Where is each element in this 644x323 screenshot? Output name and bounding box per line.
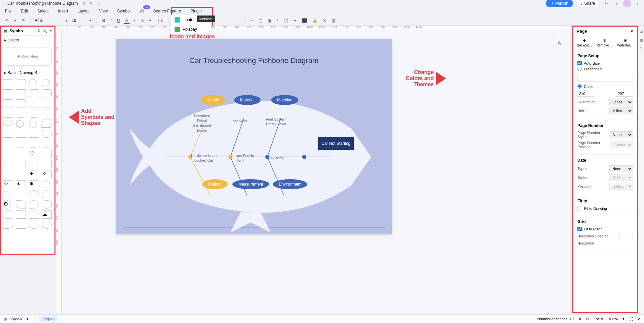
share-button[interactable]: ⤴ Share xyxy=(576,0,599,7)
predefined-input[interactable] xyxy=(577,74,633,82)
unit-select[interactable]: Millim... xyxy=(609,107,633,114)
publish-button[interactable]: ✈ Publish xyxy=(546,0,573,7)
menu-edit[interactable]: Edit xyxy=(21,9,28,13)
shape-donut[interactable] xyxy=(16,120,24,128)
shape-r6[interactable] xyxy=(16,160,26,168)
shape-tri4[interactable] xyxy=(16,130,26,138)
ai-assistant-icon[interactable]: A xyxy=(555,39,563,47)
shape-r2[interactable] xyxy=(16,99,26,107)
panel-icon-1[interactable]: ▤ xyxy=(639,29,643,34)
shape-sq2[interactable] xyxy=(16,211,26,219)
list-icon[interactable]: ⋮≡ xyxy=(155,18,164,24)
shape-ellipse[interactable] xyxy=(3,120,13,126)
menu-view[interactable]: View xyxy=(99,9,108,13)
panel-icon-3[interactable]: ⊞ xyxy=(639,46,643,51)
shape-heart[interactable]: ♡ xyxy=(29,150,39,158)
shape-gear2[interactable]: ⚙ xyxy=(3,200,11,208)
shape-star2[interactable]: ✦ xyxy=(29,170,39,178)
shape-pill[interactable] xyxy=(42,130,52,138)
pn-style-select[interactable]: None xyxy=(610,131,633,138)
arrange-icon[interactable]: ⫿ xyxy=(275,18,280,24)
delete-icon[interactable]: ✕ xyxy=(321,18,328,24)
star-icon[interactable]: ☆ xyxy=(97,1,101,6)
library-icon[interactable]: ▤ xyxy=(4,29,7,33)
shape-p3[interactable] xyxy=(16,140,26,148)
shape-trap[interactable] xyxy=(3,130,13,138)
cause-material[interactable]: Lost Keys xyxy=(231,119,247,123)
font-select[interactable] xyxy=(35,18,62,23)
shape-leaf[interactable] xyxy=(16,200,26,208)
shape-r5[interactable] xyxy=(3,160,13,168)
shape-rtri[interactable] xyxy=(29,130,39,138)
line-style-icon[interactable]: ═ xyxy=(249,18,255,24)
effect-box[interactable]: Car Not Starting xyxy=(318,137,354,150)
cause-measurement[interactable]: Incorrect Fuel in tank xyxy=(227,153,254,163)
orientation-select[interactable]: Lands... xyxy=(609,99,633,105)
label-machine[interactable]: Machine xyxy=(271,95,298,105)
fullscreen-icon[interactable]: ⤢ xyxy=(638,317,641,321)
menu-insert[interactable]: Insert xyxy=(58,9,68,13)
focus-toggle-icon[interactable]: ⊙ xyxy=(586,317,589,321)
shape-tri2[interactable] xyxy=(42,99,52,107)
panel-icon-2[interactable]: ▦ xyxy=(639,38,643,42)
page-selector[interactable]: Page-1 xyxy=(11,317,23,321)
shape-burst2[interactable] xyxy=(3,190,11,198)
shape-rect3[interactable] xyxy=(3,89,13,97)
bold-icon[interactable]: B xyxy=(101,18,107,24)
shape-c2[interactable] xyxy=(29,120,37,128)
types-select[interactable]: None xyxy=(609,165,633,172)
shape-burst[interactable] xyxy=(42,180,50,188)
shape-hex2[interactable] xyxy=(42,140,52,148)
cause-environment[interactable]: Low Temp xyxy=(268,156,285,160)
shape-r1[interactable] xyxy=(3,99,13,107)
shape-circle2[interactable] xyxy=(42,79,50,87)
drag-here-zone[interactable]: ⊕ Drag Here xyxy=(4,47,52,66)
canvas-area[interactable]: 0501001502002503003504004505005506006507… xyxy=(55,26,570,313)
shape-hex[interactable] xyxy=(29,140,39,148)
fit-ruler-check[interactable] xyxy=(577,227,582,231)
width-input[interactable] xyxy=(577,91,594,97)
page-dropdown-icon[interactable]: ▾ xyxy=(27,317,29,321)
shape-rounded[interactable] xyxy=(29,89,39,97)
lock-icon[interactable]: 🔒 xyxy=(311,18,319,24)
crop-icon[interactable]: ⬛ xyxy=(301,18,308,24)
predefined-radio[interactable] xyxy=(577,67,582,71)
shape-star3[interactable]: ✧ xyxy=(42,170,52,178)
shapes-toggle[interactable]: ▸ xyxy=(4,70,7,75)
menu-ai[interactable]: AI hot xyxy=(140,9,144,13)
size-dropdown-icon[interactable]: ▾ xyxy=(88,18,92,24)
group-icon[interactable]: ⬚ xyxy=(283,18,289,24)
history-icon[interactable]: ↻ xyxy=(605,1,608,6)
shape-circle[interactable] xyxy=(29,79,37,87)
shape-arch[interactable] xyxy=(29,211,39,219)
user-avatar[interactable] xyxy=(623,0,631,7)
menu-layout[interactable]: Layout xyxy=(77,9,89,13)
custom-radio[interactable] xyxy=(577,84,582,89)
shape-sq[interactable] xyxy=(42,150,52,158)
add-page-icon[interactable]: + xyxy=(33,317,35,321)
shape-e2[interactable] xyxy=(29,190,39,196)
help-icon[interactable]: ? xyxy=(615,1,618,6)
export-icon[interactable]: ⇱ xyxy=(89,1,93,6)
shape-misc3[interactable] xyxy=(29,221,39,229)
shape-rect4[interactable] xyxy=(16,89,26,97)
fit-drawing-icon[interactable] xyxy=(577,206,582,211)
close-panel-icon[interactable]: ✕ xyxy=(630,29,634,34)
plugin-pixabay[interactable]: Pixabay xyxy=(171,25,211,34)
shape-rect2[interactable] xyxy=(16,79,26,87)
text-style-icon[interactable]: T xyxy=(132,18,137,24)
tab-watermark[interactable]: ▣ Waterma... xyxy=(617,38,634,47)
shape-t5[interactable] xyxy=(3,170,13,178)
align-dropdown[interactable]: ▾ xyxy=(148,18,152,24)
font-color-icon[interactable]: A xyxy=(124,17,129,24)
shape-star5[interactable]: ✶ xyxy=(16,180,26,188)
shape-oct[interactable] xyxy=(3,150,13,158)
page-tab-1[interactable]: Page-1 xyxy=(39,316,58,322)
menu-file[interactable]: File xyxy=(5,9,11,13)
shape-pent[interactable] xyxy=(16,109,26,118)
underline-icon[interactable]: U xyxy=(116,18,121,24)
shape-star4[interactable]: ☆ xyxy=(3,180,13,188)
back-icon[interactable]: ‹ xyxy=(3,1,5,6)
shape-misc2[interactable] xyxy=(16,221,26,229)
size-select[interactable] xyxy=(72,18,85,23)
